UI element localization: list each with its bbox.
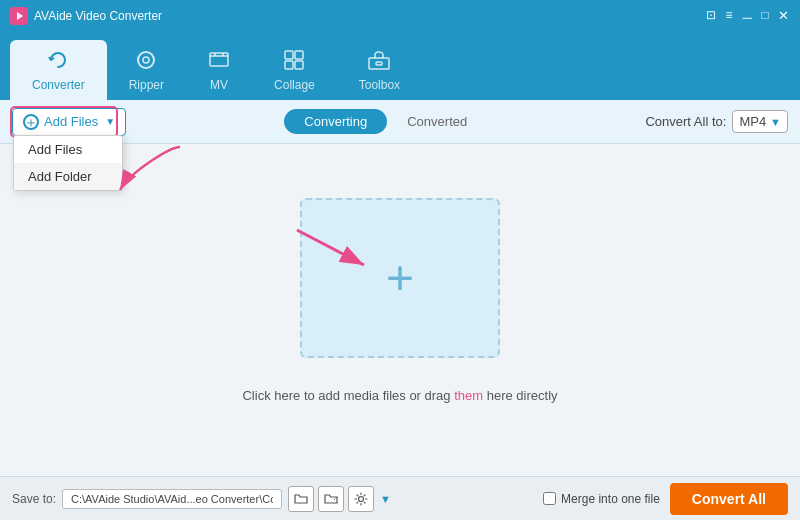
titlebar-left: AVAide Video Converter (10, 7, 162, 25)
tab-converting[interactable]: Converting (284, 109, 387, 134)
svg-rect-5 (285, 51, 293, 59)
footer-icons: ▼ (288, 486, 391, 512)
drop-zone-arrow (292, 220, 382, 283)
tab-ripper-label: Ripper (129, 78, 164, 92)
svg-rect-8 (295, 61, 303, 69)
minimize-icon[interactable]: ─ (740, 10, 754, 24)
format-dropdown-arrow: ▼ (770, 116, 781, 128)
add-media-highlight: them (454, 388, 483, 403)
open-folder-button[interactable] (318, 486, 344, 512)
mv-icon (208, 49, 230, 74)
svg-rect-7 (285, 61, 293, 69)
toolbar: ＋ Add Files ▼ Add Files Add Folder Conve… (0, 100, 800, 144)
svg-rect-9 (369, 58, 389, 69)
format-value: MP4 (739, 114, 766, 129)
ripper-icon (135, 49, 157, 74)
menu-icon[interactable]: ≡ (722, 8, 736, 22)
folder-browse-button[interactable] (288, 486, 314, 512)
svg-point-2 (138, 52, 154, 68)
collage-icon (283, 49, 305, 74)
toolbar-left: ＋ Add Files ▼ Add Files Add Folder (12, 108, 126, 136)
tab-ripper[interactable]: Ripper (107, 40, 186, 100)
add-media-text-part2: here directly (483, 388, 557, 403)
dropdown-add-folder[interactable]: Add Folder (14, 163, 122, 190)
tab-converter[interactable]: Converter (10, 40, 107, 100)
tab-collage[interactable]: Collage (252, 40, 337, 100)
settings-dropdown-arrow[interactable]: ▼ (380, 493, 391, 505)
footer-left: Save to: ▼ (12, 486, 391, 512)
merge-label: Merge into one file (561, 492, 660, 506)
tab-collage-label: Collage (274, 78, 315, 92)
add-files-button[interactable]: ＋ Add Files ▼ Add Files Add Folder (12, 108, 126, 136)
tab-toolbox-label: Toolbox (359, 78, 400, 92)
add-files-dropdown: Add Files Add Folder (13, 135, 123, 191)
save-to-label: Save to: (12, 492, 56, 506)
drop-zone[interactable]: + (300, 198, 500, 358)
app-title: AVAide Video Converter (34, 9, 162, 23)
save-path-input[interactable] (62, 489, 282, 509)
convert-all-button[interactable]: Convert All (670, 483, 788, 515)
tab-toolbox[interactable]: Toolbox (337, 40, 422, 100)
convert-all-to: Convert All to: MP4 ▼ (645, 110, 788, 133)
maximize-icon[interactable]: □ (758, 8, 772, 22)
add-files-plus-icon: ＋ (23, 114, 39, 130)
drop-zone-plus-icon: + (386, 254, 414, 302)
nav-tabs: Converter Ripper MV (0, 32, 800, 100)
settings-button[interactable] (348, 486, 374, 512)
close-icon[interactable]: ✕ (776, 8, 790, 22)
add-media-text: Click here to add media files or drag th… (242, 388, 557, 403)
merge-checkbox-container: Merge into one file (543, 492, 660, 506)
svg-point-13 (359, 496, 364, 501)
svg-rect-4 (210, 53, 228, 66)
tab-converter-label: Converter (32, 78, 85, 92)
format-dropdown[interactable]: MP4 ▼ (732, 110, 788, 133)
svg-rect-6 (295, 51, 303, 59)
svg-rect-10 (376, 62, 382, 65)
content-tabs: Converting Converted (284, 109, 487, 134)
merge-checkbox[interactable] (543, 492, 556, 505)
tab-mv-label: MV (210, 78, 228, 92)
add-media-text-part1: Click here to add media files or drag (242, 388, 454, 403)
app-icon (10, 7, 28, 25)
footer: Save to: ▼ (0, 476, 800, 520)
add-files-label: Add Files (44, 114, 98, 129)
toolbox-icon (368, 49, 390, 74)
main-content: + Click here to add media files or drag … (0, 144, 800, 456)
tab-converted[interactable]: Converted (387, 109, 487, 134)
converter-icon (47, 49, 69, 74)
titlebar-controls[interactable]: ⊡ ≡ ─ □ ✕ (704, 8, 790, 24)
svg-point-3 (143, 57, 149, 63)
convert-all-to-label: Convert All to: (645, 114, 726, 129)
titlebar: AVAide Video Converter ⊡ ≡ ─ □ ✕ (0, 0, 800, 32)
caption-icon[interactable]: ⊡ (704, 8, 718, 22)
footer-right: Merge into one file Convert All (543, 483, 788, 515)
add-files-dropdown-arrow[interactable]: ▼ (105, 116, 115, 127)
tab-mv[interactable]: MV (186, 40, 252, 100)
dropdown-add-files[interactable]: Add Files (14, 136, 122, 163)
